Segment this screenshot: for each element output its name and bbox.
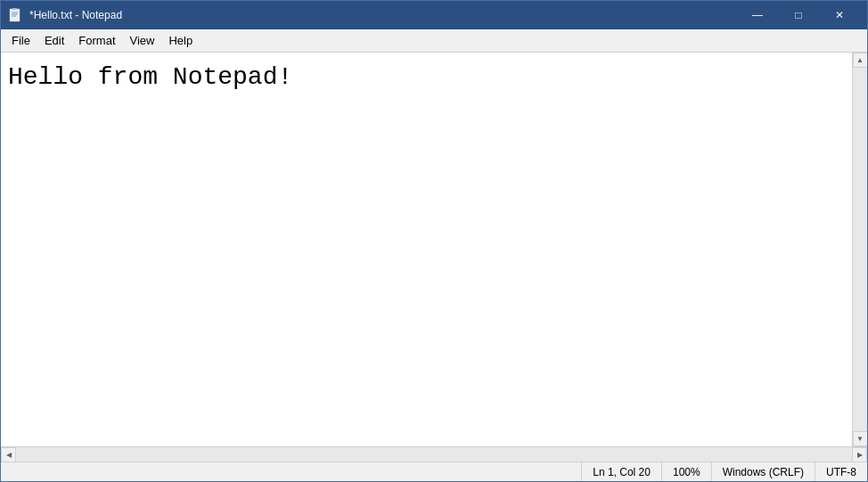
text-editor[interactable]: Hello from Notepad! [1, 53, 852, 446]
maximize-button[interactable]: □ [778, 1, 819, 29]
menu-file[interactable]: File [4, 31, 37, 50]
menu-format[interactable]: Format [71, 31, 122, 50]
svg-rect-5 [12, 8, 17, 10]
vertical-scrollbar: ▲ ▼ [852, 53, 867, 446]
menu-help[interactable]: Help [161, 31, 200, 50]
minimize-icon: — [752, 10, 763, 20]
horizontal-scrollbar: ◀ ▶ [1, 446, 867, 462]
notepad-window: *Hello.txt - Notepad — □ ✕ File Edit For… [0, 0, 868, 482]
menu-bar: File Edit Format View Help [1, 29, 867, 53]
scroll-down-arrow[interactable]: ▼ [853, 431, 868, 446]
title-bar-left: *Hello.txt - Notepad [8, 8, 122, 22]
scroll-h-track[interactable] [16, 447, 852, 462]
status-zoom: 100% [661, 462, 711, 481]
scroll-up-arrow[interactable]: ▲ [853, 53, 868, 68]
status-encoding: UTF-8 [815, 462, 867, 481]
scroll-left-arrow[interactable]: ◀ [1, 447, 16, 462]
scroll-v-track[interactable] [853, 68, 867, 431]
status-position: Ln 1, Col 20 [581, 462, 661, 481]
scroll-right-arrow[interactable]: ▶ [852, 447, 867, 462]
close-button[interactable]: ✕ [819, 1, 860, 29]
title-bar: *Hello.txt - Notepad — □ ✕ [1, 1, 867, 29]
close-icon: ✕ [835, 10, 844, 20]
status-bar: Ln 1, Col 20 100% Windows (CRLF) UTF-8 [1, 462, 867, 481]
maximize-icon: □ [795, 10, 801, 20]
editor-area-row: Hello from Notepad! ▲ ▼ [1, 53, 867, 446]
window-title: *Hello.txt - Notepad [29, 9, 122, 21]
minimize-button[interactable]: — [737, 1, 778, 29]
svg-rect-1 [11, 10, 19, 20]
status-line-ending: Windows (CRLF) [711, 462, 815, 481]
notepad-app-icon [8, 8, 22, 22]
window-controls: — □ ✕ [737, 1, 860, 29]
bottom-section: ◀ ▶ Ln 1, Col 20 100% Windows (CRLF) UTF… [1, 446, 867, 481]
menu-view[interactable]: View [123, 31, 162, 50]
menu-edit[interactable]: Edit [37, 31, 71, 50]
